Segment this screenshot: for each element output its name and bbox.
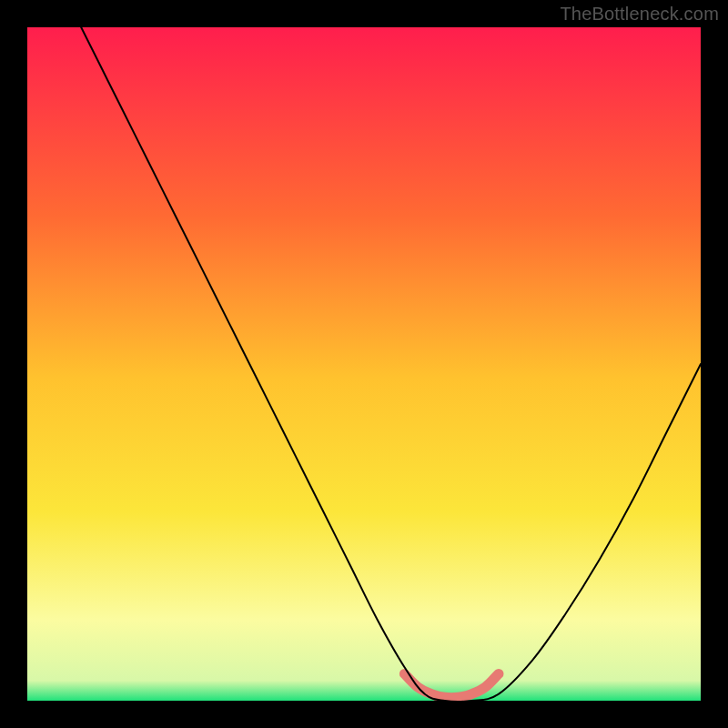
- bottleneck-curve: [81, 27, 701, 701]
- curve-layer: [27, 27, 701, 701]
- watermark-text: TheBottleneck.com: [560, 4, 719, 25]
- plot-area: [27, 27, 701, 701]
- chart-frame: TheBottleneck.com: [0, 0, 728, 728]
- optimal-highlight: [404, 673, 499, 697]
